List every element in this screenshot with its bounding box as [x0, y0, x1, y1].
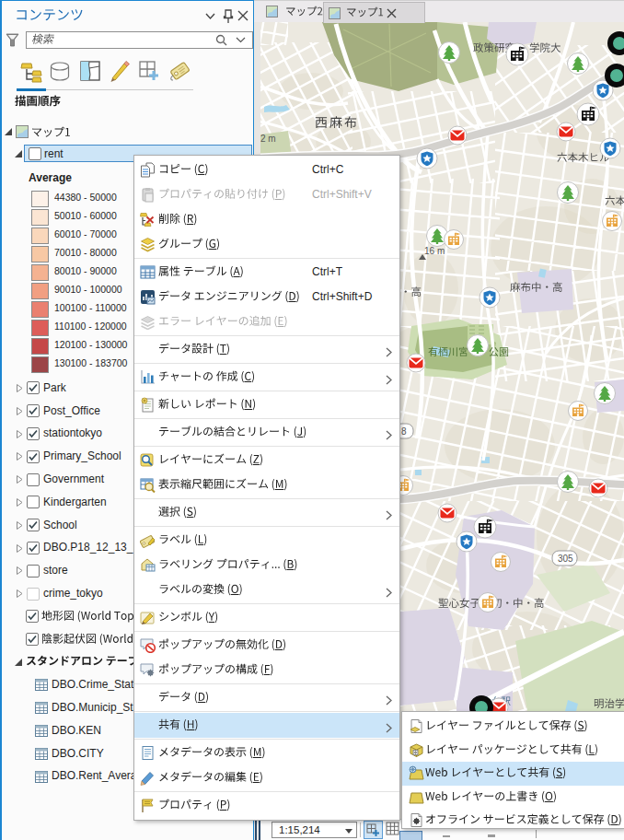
- svg-text:2 m: 2 m: [260, 134, 276, 144]
- svg-text:16 m: 16 m: [424, 246, 445, 256]
- svg-text:8: 8: [401, 426, 407, 437]
- svg-text:305: 305: [558, 554, 573, 564]
